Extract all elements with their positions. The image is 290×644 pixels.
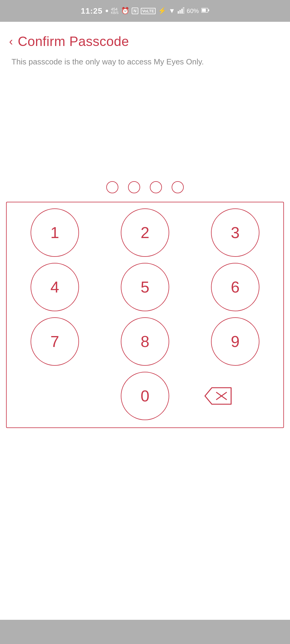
- key-empty-slot: [13, 372, 97, 420]
- pin-dot-2: [128, 181, 140, 193]
- main-content: ‹ Confirm Passcode This passcode is the …: [0, 22, 290, 620]
- pin-dot-1: [106, 181, 118, 193]
- svg-rect-1: [180, 10, 181, 14]
- key-6-circle[interactable]: 6: [211, 263, 259, 311]
- key-2-button[interactable]: 2: [103, 208, 187, 257]
- pin-dots: [9, 181, 281, 193]
- bluetooth-icon: ⚡: [158, 7, 166, 15]
- status-dot: [106, 10, 108, 12]
- volte-icon: VoLTE: [141, 8, 156, 14]
- subtitle-text: This passcode is the only way to access …: [9, 56, 281, 67]
- key-9-button[interactable]: 9: [193, 317, 277, 366]
- svg-rect-3: [183, 8, 184, 14]
- signal-icon: [178, 7, 184, 15]
- key-4-button[interactable]: 4: [13, 263, 97, 311]
- status-time: 11:25: [81, 6, 103, 16]
- key-7-circle[interactable]: 7: [31, 317, 79, 366]
- key-9-circle[interactable]: 9: [211, 317, 259, 366]
- data-speed-icon: 454 KB/S: [111, 7, 119, 15]
- bottom-bar: [0, 620, 290, 644]
- key-5-button[interactable]: 5: [103, 263, 187, 311]
- key-0-button[interactable]: 0: [103, 372, 187, 420]
- header: ‹ Confirm Passcode: [9, 34, 281, 49]
- page-title: Confirm Passcode: [18, 34, 129, 49]
- back-button[interactable]: ‹: [9, 36, 13, 47]
- key-8-button[interactable]: 8: [103, 317, 187, 366]
- clock-icon: ⏰: [121, 7, 129, 15]
- key-3-button[interactable]: 3: [193, 208, 277, 257]
- key-1-circle[interactable]: 1: [31, 208, 79, 257]
- svg-rect-5: [208, 9, 209, 11]
- key-4-circle[interactable]: 4: [31, 263, 79, 311]
- key-6-button[interactable]: 6: [193, 263, 277, 311]
- status-bar: 11:25 454 KB/S ⏰ N VoLTE ⚡ ▼: [0, 0, 290, 22]
- keypad-container: 1 2 3 4 5 6 7 8: [6, 202, 284, 428]
- key-1-button[interactable]: 1: [13, 208, 97, 257]
- nfc-icon: N: [132, 8, 138, 14]
- svg-rect-0: [178, 11, 179, 14]
- key-7-button[interactable]: 7: [13, 317, 97, 366]
- wifi-icon: ▼: [169, 7, 175, 15]
- keypad-grid: 1 2 3 4 5 6 7 8: [13, 208, 277, 420]
- key-0-circle[interactable]: 0: [121, 372, 169, 420]
- key-8-circle[interactable]: 8: [121, 317, 169, 366]
- pin-dot-3: [150, 181, 162, 193]
- key-2-circle[interactable]: 2: [121, 208, 169, 257]
- status-icons: 454 KB/S ⏰ N VoLTE ⚡ ▼ 6: [111, 7, 209, 15]
- key-5-circle[interactable]: 5: [121, 263, 169, 311]
- key-3-circle[interactable]: 3: [211, 208, 259, 257]
- delete-button[interactable]: [193, 372, 242, 420]
- battery-percent: 60%: [187, 8, 199, 15]
- delete-icon[interactable]: [202, 386, 232, 406]
- svg-rect-2: [181, 9, 183, 14]
- battery-icon: [201, 8, 209, 15]
- pin-dot-4: [172, 181, 184, 193]
- svg-rect-6: [202, 9, 206, 12]
